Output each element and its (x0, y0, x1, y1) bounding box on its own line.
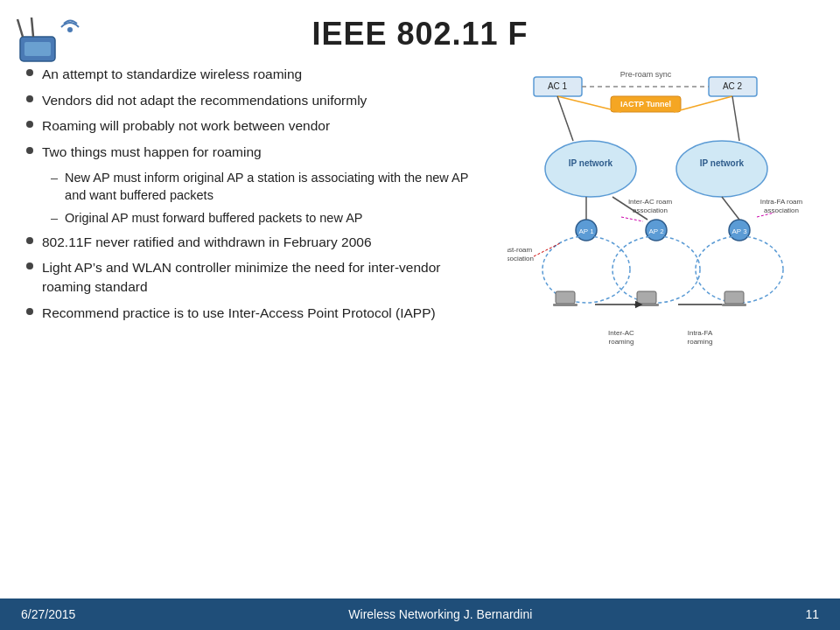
bullet-dot-5 (26, 237, 33, 244)
content-right: AC 1 AC 2 Pre-roam sync IACTP Tunnel IP … (499, 60, 814, 598)
bullet-3: Roaming will probably not work between v… (26, 116, 481, 136)
svg-text:AP 2: AP 2 (648, 228, 664, 235)
slide-title: IEEE 802.11 F (0, 0, 840, 60)
bullet-text-6: Light AP’s and WLAN controller minimize … (42, 258, 481, 296)
svg-text:IP network: IP network (569, 158, 613, 168)
sub-bullet-text-2: Original AP must forward buffered packet… (65, 209, 362, 227)
slide-footer: 6/27/2015 Wireless Networking J. Bernard… (0, 598, 840, 630)
svg-rect-37 (724, 291, 744, 304)
svg-text:AP 3: AP 3 (732, 228, 747, 235)
sub-dash-2: – (51, 209, 58, 227)
bullet-2: Vendors did not adapt the recommendation… (26, 91, 481, 110)
svg-text:AC 2: AC 2 (723, 81, 743, 91)
svg-line-20 (732, 96, 739, 141)
bullet-text-4: Two things must happen for roaming (42, 143, 262, 162)
network-diagram: AC 1 AC 2 Pre-roam sync IACTP Tunnel IP … (508, 68, 805, 383)
svg-point-4 (67, 27, 73, 32)
svg-rect-38 (722, 304, 746, 306)
svg-text:association: association (764, 206, 799, 214)
svg-text:roaming: roaming (609, 338, 634, 346)
bullet-dot-3 (26, 121, 33, 128)
router-icon (16, 10, 86, 75)
svg-text:Inter-AC roam: Inter-AC roam (628, 198, 673, 206)
bullet-dot-4 (26, 147, 33, 154)
svg-line-2 (18, 19, 23, 37)
svg-rect-34 (553, 304, 578, 306)
svg-line-44 (621, 217, 643, 221)
bullet-dot-6 (26, 262, 33, 270)
bullet-text-2: Vendors did not adapt the recommendation… (42, 91, 367, 110)
sub-bullet-2: – Original AP must forward buffered pack… (26, 209, 481, 227)
svg-line-29 (722, 197, 739, 220)
svg-rect-33 (556, 291, 575, 304)
bullet-dot-2 (26, 95, 33, 102)
slide: IEEE 802.11 F An attempt to standardize … (0, 0, 840, 630)
bullet-1: An attempt to standardize wireless roami… (26, 65, 481, 84)
bullet-6: Light AP’s and WLAN controller minimize … (26, 258, 481, 296)
bullet-text-3: Roaming will probably not work between v… (42, 116, 330, 136)
svg-text:Intra-FA: Intra-FA (688, 329, 713, 337)
svg-point-17 (676, 141, 767, 197)
svg-text:Pre-roam sync: Pre-roam sync (620, 70, 672, 79)
svg-text:roaming: roaming (688, 338, 713, 346)
svg-point-15 (545, 141, 636, 197)
svg-text:association: association (633, 206, 668, 214)
footer-center: Wireless Networking J. Bernardini (75, 607, 805, 621)
svg-line-3 (32, 18, 33, 37)
svg-text:Inter-AC: Inter-AC (608, 329, 634, 337)
sub-bullet-text-1: New AP must inform original AP a station… (65, 169, 481, 205)
svg-text:IP network: IP network (700, 158, 745, 168)
bullet-text-5: 802.11F never ratified and withdrawn in … (42, 233, 372, 252)
sub-bullet-1: – New AP must inform original AP a stati… (26, 169, 481, 205)
bullet-text-7: Recommend practice is to use Inter-Acces… (42, 304, 436, 323)
svg-text:association: association (508, 255, 534, 262)
svg-line-14 (674, 96, 732, 112)
footer-date: 6/27/2015 (21, 607, 75, 621)
svg-text:AP 1: AP 1 (578, 228, 594, 235)
bullet-list: An attempt to standardize wireless roami… (26, 65, 481, 322)
svg-text:IACTP Tunnel: IACTP Tunnel (620, 100, 671, 108)
bullet-5: 802.11F never ratified and withdrawn in … (26, 233, 481, 252)
svg-rect-1 (24, 42, 51, 56)
content-left: An attempt to standardize wireless roami… (26, 60, 490, 598)
sub-dash-1: – (51, 169, 58, 186)
svg-line-19 (557, 96, 573, 141)
svg-text:AC 1: AC 1 (548, 81, 568, 91)
slide-body: An attempt to standardize wireless roami… (0, 60, 840, 598)
svg-rect-35 (637, 291, 656, 304)
bullet-7: Recommend practice is to use Inter-Acces… (26, 304, 481, 323)
footer-page: 11 (805, 607, 819, 621)
bullet-4: Two things must happen for roaming (26, 143, 481, 162)
svg-text:Fast-roam: Fast-roam (508, 246, 533, 254)
bullet-dot-7 (26, 308, 33, 315)
svg-text:Intra-FA roam: Intra-FA roam (760, 198, 803, 206)
